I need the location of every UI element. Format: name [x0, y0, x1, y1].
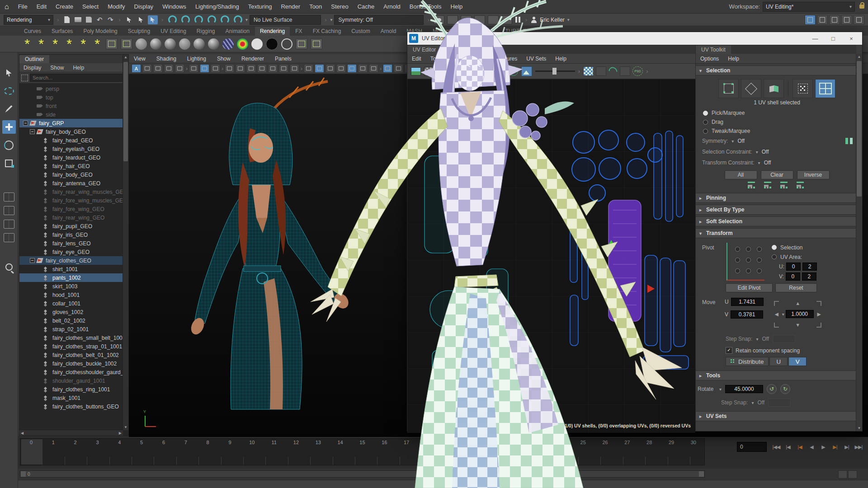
render-settings-icon[interactable]: [474, 15, 485, 24]
outliner-row[interactable]: fairy_head_GEO: [19, 136, 128, 145]
scroll-down-icon[interactable]: ▼: [856, 425, 862, 431]
pivot-radio[interactable]: [735, 258, 740, 263]
outliner-row[interactable]: fairy_fore_wing_GEO: [19, 205, 128, 213]
distribute-v-button[interactable]: V: [788, 357, 807, 366]
motion-blur-icon[interactable]: [369, 64, 378, 73]
shelf-tab[interactable]: Rigging: [192, 27, 220, 36]
shelf-tab[interactable]: Arnold: [376, 27, 401, 36]
outliner-row[interactable]: fairy_clothes_strap_01_1001: [19, 342, 128, 351]
go-to-start-button[interactable]: |◀◀: [770, 442, 782, 451]
lambert-material-icon[interactable]: [136, 38, 147, 50]
chevron-down-icon[interactable]: ▾: [756, 337, 758, 342]
minimize-button[interactable]: —: [806, 33, 824, 44]
menu-item[interactable]: Texturing: [244, 3, 277, 10]
image-range-icon[interactable]: [596, 66, 606, 76]
uv-editor-menu-item[interactable]: View: [448, 56, 468, 62]
slider-handle[interactable]: [552, 68, 557, 75]
move-down-button[interactable]: ▼: [795, 322, 800, 328]
pivot-selection-radio[interactable]: Selection: [769, 244, 817, 251]
menu-item[interactable]: Select: [78, 3, 103, 10]
outliner-row[interactable]: fairy_clothes_buckle_1002: [19, 359, 128, 368]
viewport-menu-item[interactable]: Renderer: [236, 56, 269, 62]
shelf-tab[interactable]: Surfaces: [47, 27, 78, 36]
shelf-tab[interactable]: Poly Modeling: [78, 27, 122, 36]
light-editor-icon[interactable]: [501, 15, 512, 24]
outliner-row[interactable]: collar_1001: [19, 299, 128, 308]
outliner-row[interactable]: fairy_clothes_ring_1001: [19, 385, 128, 394]
lasso-tool-icon[interactable]: [2, 84, 16, 98]
make-live-icon[interactable]: [234, 15, 242, 24]
checker-tiles-toggle-icon[interactable]: [583, 66, 594, 76]
scroll-right-icon[interactable]: ▶: [119, 431, 122, 435]
ambient-light-icon[interactable]: *: [92, 38, 103, 50]
uv-editor-tab[interactable]: UV Editor: [407, 46, 441, 54]
screen-space-ao-icon[interactable]: [358, 64, 368, 73]
film-gate-icon[interactable]: [236, 64, 245, 73]
scroll-up-icon[interactable]: ▲: [856, 54, 862, 60]
animation-preferences-icon[interactable]: [848, 470, 857, 479]
selection-action-button[interactable]: All: [725, 170, 757, 179]
outliner-row[interactable]: fairy_clothes_small_belt_1002: [19, 333, 128, 342]
outliner-row[interactable]: shoulder_gaurd_1001: [19, 376, 128, 385]
outliner-vertical-scrollbar[interactable]: ▲ ▼: [123, 55, 128, 430]
point-light-icon[interactable]: *: [22, 38, 33, 50]
grease-pencil-icon[interactable]: [189, 64, 198, 73]
display-image-toggle-icon[interactable]: [521, 66, 532, 76]
zoom-layout-icon[interactable]: [2, 260, 16, 274]
live-surface-field[interactable]: No Live Surface: [250, 15, 321, 25]
grow-selection-icon[interactable]: [764, 182, 774, 188]
move-left-button[interactable]: ◀: [774, 311, 778, 317]
pivot-radio[interactable]: [757, 258, 762, 263]
scroll-thumb[interactable]: [123, 62, 128, 161]
outliner-row[interactable]: top: [19, 93, 128, 102]
checkbox-checked-icon[interactable]: ✓: [726, 347, 732, 354]
outliner-row[interactable]: fairy_eye_GEO: [19, 248, 128, 256]
viewport-menu-item[interactable]: Show: [212, 56, 236, 62]
ramp-shader-icon[interactable]: [237, 38, 248, 50]
redo-icon[interactable]: ↷: [106, 15, 115, 24]
go-to-end-button[interactable]: ▶▶|: [853, 442, 864, 451]
menu-item[interactable]: Render: [276, 3, 305, 10]
select-shell-border-icon[interactable]: [797, 182, 807, 188]
workspace-dropdown[interactable]: UV Editing* ▾: [763, 2, 855, 12]
menu-item[interactable]: Lighting/Shading: [191, 3, 244, 10]
snap-to-grid-icon[interactable]: [168, 15, 177, 24]
move-up-button[interactable]: ▲: [795, 300, 800, 306]
four-pane-layout-icon[interactable]: [4, 206, 14, 215]
uv-editor-menu-item[interactable]: UV Sets: [522, 56, 551, 62]
pivot-radio[interactable]: [757, 247, 762, 252]
v-min-field[interactable]: 0: [786, 272, 800, 281]
viewport-menu-item[interactable]: View: [129, 56, 151, 62]
chevron-down-icon[interactable]: ▾: [719, 387, 722, 392]
menu-item[interactable]: Arnold: [379, 3, 405, 10]
uv-editor-canvas[interactable]: (1/0) UV shells, (0/0) overlapping UVs, …: [407, 79, 695, 431]
scroll-thumb[interactable]: [857, 61, 862, 197]
rotate-ccw-icon[interactable]: ↺: [767, 384, 777, 394]
outliner-row[interactable]: hood_1001: [19, 291, 128, 299]
pivot-radio[interactable]: [735, 247, 740, 252]
shrink-selection-icon[interactable]: [748, 182, 758, 188]
selection-action-button[interactable]: Clear: [761, 170, 793, 179]
outliner-horizontal-scrollbar[interactable]: ◀ ▶: [19, 430, 123, 436]
outliner-row[interactable]: fairy_clothesshoulder_gaurd_: [19, 368, 128, 376]
outliner-tab[interactable]: Outliner: [19, 55, 49, 63]
edit-pivot-button[interactable]: Edit Pivot: [726, 283, 773, 292]
shade-uvs-icon[interactable]: [607, 65, 619, 77]
single-pane-layout-icon[interactable]: [4, 192, 14, 202]
select-component-icon[interactable]: [148, 15, 158, 24]
move-right-button[interactable]: ▶: [817, 311, 821, 317]
batch-render-icon[interactable]: [311, 38, 322, 49]
collapsed-section-header[interactable]: ▸ Pinning: [696, 193, 856, 203]
camera-attributes-icon[interactable]: [153, 64, 163, 73]
attribute-editor-toggle-icon[interactable]: [805, 15, 816, 25]
shelf-tab[interactable]: FX Caching: [308, 27, 346, 36]
pivot-radio[interactable]: [746, 268, 751, 273]
expand-toggle-icon[interactable]: [30, 129, 35, 134]
move-v-field[interactable]: 0.3781: [731, 310, 763, 319]
step-forward-key-button[interactable]: ▶|: [829, 442, 841, 451]
search-input[interactable]: [30, 74, 127, 82]
chevron-down-icon[interactable]: ▾: [731, 139, 734, 144]
textured-display-icon[interactable]: [326, 64, 335, 73]
image-dim-slider[interactable]: [535, 70, 575, 72]
mirror-icon[interactable]: [845, 138, 853, 144]
